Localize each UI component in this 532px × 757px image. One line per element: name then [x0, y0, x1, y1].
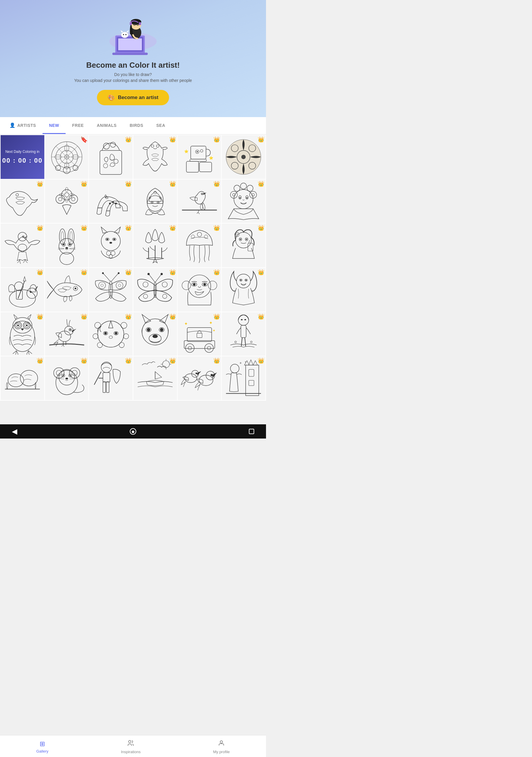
recent-button[interactable]	[249, 429, 254, 434]
svg-point-34	[114, 159, 119, 164]
grid-item-vegetables[interactable]: 👑	[89, 135, 133, 179]
grid-item-wolf[interactable]: 👑	[133, 312, 177, 356]
svg-point-106	[69, 244, 71, 245]
svg-point-41	[196, 151, 198, 152]
grid-item-tower[interactable]: 👑 ✦ ✦	[222, 356, 265, 400]
svg-point-195	[93, 334, 99, 339]
grid-item-girl-waves[interactable]: 👑	[222, 268, 265, 312]
grid-item-unicorn[interactable]: 👑	[89, 312, 133, 356]
svg-point-235	[62, 375, 64, 376]
crown-badge: 👑	[169, 314, 176, 320]
grid-item-umbrella[interactable]: 👑	[178, 224, 222, 267]
grid-item-princess[interactable]: 👑	[133, 179, 177, 223]
gallery-grid: Next Daily Coloring in 00 : 00 : 00 🔖 👑	[0, 135, 266, 401]
grid-item-rabbit[interactable]: 👑	[45, 224, 89, 267]
svg-point-57	[56, 195, 65, 203]
crown-badge: 👑	[81, 314, 87, 320]
svg-rect-43	[186, 162, 198, 172]
grid-item-girl-curly[interactable]: 👑	[222, 224, 265, 267]
svg-point-155	[143, 282, 148, 287]
svg-point-66	[112, 201, 114, 203]
grid-item-owl[interactable]: 👑	[1, 312, 44, 356]
grid-item-crab[interactable]: 👑	[1, 356, 44, 400]
crown-badge: 👑	[258, 314, 264, 320]
svg-point-158	[163, 294, 167, 299]
svg-point-93	[241, 183, 247, 189]
crown-badge: 👑	[81, 357, 87, 364]
home-button[interactable]: ●	[130, 428, 136, 435]
svg-point-91	[234, 185, 240, 191]
svg-rect-244	[103, 382, 106, 393]
svg-point-118	[110, 242, 112, 244]
svg-point-157	[143, 294, 148, 299]
tab-animals[interactable]: ANIMALS	[90, 118, 123, 134]
svg-point-149	[116, 282, 123, 289]
svg-point-201	[153, 334, 158, 338]
svg-line-81	[198, 212, 199, 214]
svg-point-227	[56, 371, 78, 395]
grid-item-bird-perch[interactable]: 👑	[45, 312, 89, 356]
crown-badge: 👑	[258, 181, 264, 187]
grid-item-mandala[interactable]: 🔖	[45, 135, 89, 179]
become-artist-button[interactable]: 🎨 Become an artist	[97, 90, 169, 105]
hero-subtitle: Do you like to draw?	[114, 72, 152, 77]
bookmark-badge: 🔖	[80, 136, 88, 143]
svg-point-13	[121, 32, 128, 38]
svg-point-237	[65, 378, 68, 380]
grid-item-treasure[interactable]: 👑 ✦ ✦ ✦	[178, 312, 222, 356]
svg-line-186	[63, 345, 64, 347]
grid-item-seahorse[interactable]: 👑	[133, 356, 177, 400]
grid-item-reptile[interactable]: 👑	[133, 135, 177, 179]
svg-point-254	[195, 373, 197, 374]
grid-item-cups[interactable]: 👑 ⭐ ⭐	[178, 135, 222, 179]
svg-point-37	[156, 145, 159, 147]
tab-sea[interactable]: SEA	[150, 118, 172, 134]
svg-point-35	[103, 164, 108, 168]
grid-item-bird-branch[interactable]: 👑	[178, 179, 222, 223]
svg-point-193	[95, 322, 101, 328]
svg-point-97	[23, 236, 24, 237]
svg-point-261	[230, 364, 239, 373]
svg-point-144	[74, 288, 76, 289]
tab-artists[interactable]: 👤 ARTISTS	[3, 117, 43, 134]
svg-text:✦: ✦	[213, 328, 216, 333]
tab-free[interactable]: FREE	[66, 118, 90, 134]
svg-point-246	[163, 361, 170, 368]
grid-item-moth[interactable]: 👑	[89, 268, 133, 312]
grid-item-eagle[interactable]: 👑	[1, 224, 44, 267]
grid-item-portrait[interactable]: 👑	[178, 268, 222, 312]
crown-badge: 👑	[81, 181, 87, 187]
hero-section: Become an Color It artist! Do you like t…	[0, 0, 266, 117]
svg-point-182	[70, 329, 71, 330]
grid-item-tulips[interactable]: 👑	[133, 224, 177, 267]
svg-rect-4	[118, 39, 142, 50]
svg-rect-39	[190, 159, 206, 161]
grid-item-butterfly[interactable]: 👑	[133, 268, 177, 312]
grid-item-girl-flowers[interactable]: 👑	[222, 179, 265, 223]
grid-item-ravens[interactable]: 👑	[178, 356, 222, 400]
crown-badge: 👑	[37, 357, 43, 364]
grid-item-fox[interactable]: 👑	[89, 224, 133, 267]
svg-point-224	[8, 374, 24, 387]
grid-item-warrior[interactable]: 👑	[1, 268, 44, 312]
svg-point-78	[202, 194, 202, 194]
grid-item-fish[interactable]: 👑	[45, 268, 89, 312]
tab-new[interactable]: NEW	[43, 118, 66, 134]
svg-point-147	[118, 272, 120, 274]
svg-rect-3	[112, 53, 148, 55]
grid-item-mouse[interactable]: 👑	[45, 356, 89, 400]
svg-rect-245	[106, 382, 109, 393]
grid-item-girl-pose[interactable]: 👑	[222, 312, 265, 356]
svg-rect-212	[197, 333, 202, 338]
grid-item-lizard[interactable]: 👑	[1, 179, 44, 223]
grid-item-floral-dark[interactable]: 👑	[222, 135, 265, 179]
svg-point-197	[97, 343, 103, 348]
back-button[interactable]: ◀	[12, 427, 17, 436]
tab-birds[interactable]: BIRDS	[123, 118, 150, 134]
svg-point-94	[18, 244, 27, 251]
grid-item-bouquet[interactable]: 👑	[45, 179, 89, 223]
svg-point-162	[193, 283, 195, 286]
grid-item-heels[interactable]: 👑	[89, 179, 133, 223]
grid-item-knight[interactable]: 👑	[89, 356, 133, 400]
svg-point-230	[56, 371, 62, 376]
